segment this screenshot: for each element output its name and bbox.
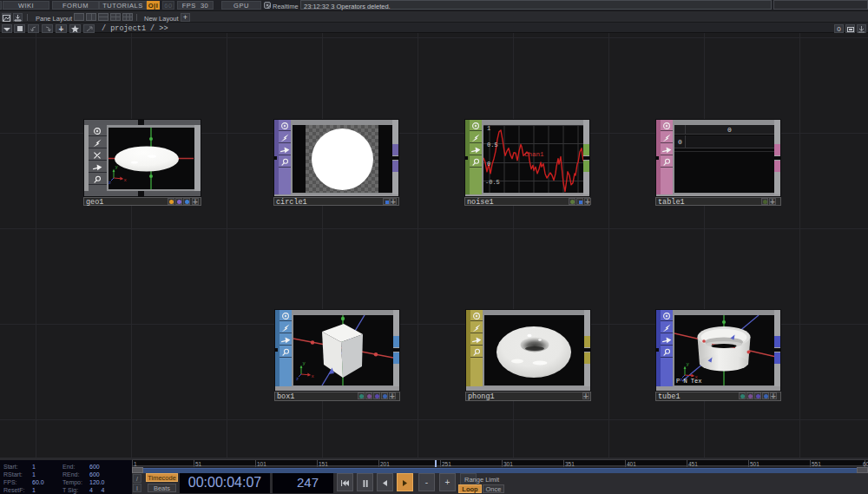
svg-text:0: 0 <box>487 161 490 168</box>
svg-text:z: z <box>680 377 682 383</box>
svg-text:y: y <box>303 360 306 366</box>
svg-text:y: y <box>687 361 690 367</box>
svg-text:0.5: 0.5 <box>487 142 498 148</box>
svg-text:-0.5: -0.5 <box>485 179 500 186</box>
svg-text:x: x <box>124 177 128 183</box>
svg-text:z: z <box>108 180 111 186</box>
svg-text:x: x <box>312 373 315 379</box>
svg-text:chan1: chan1 <box>524 151 544 158</box>
svg-text:z: z <box>296 376 299 382</box>
svg-text:y: y <box>115 164 119 170</box>
svg-text:1: 1 <box>487 125 490 132</box>
